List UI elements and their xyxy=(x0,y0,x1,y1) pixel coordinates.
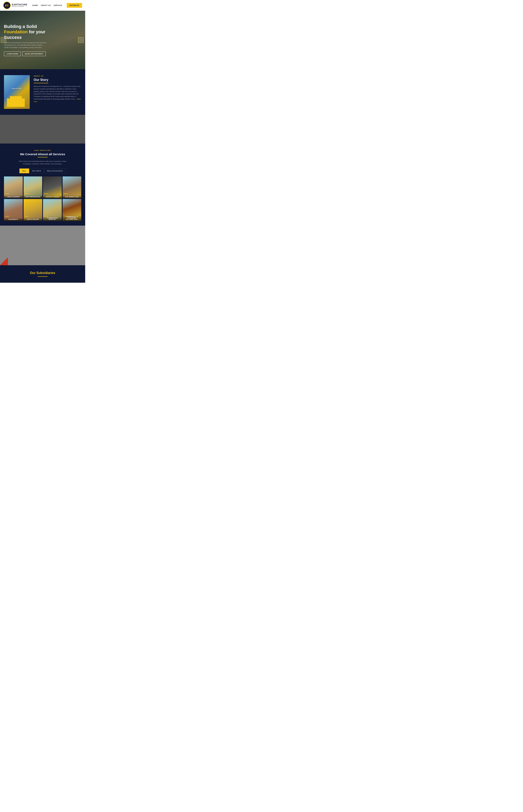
about-section: ABOUT US Our Story Welcome to Earthcore … xyxy=(0,69,85,115)
service-grid-row1: LAND CLEARING SITE PREPARATION ASPHALT P… xyxy=(4,176,81,198)
service-card-earth-moving[interactable]: EARTH MOVING xyxy=(23,199,42,221)
service-card-site-prep[interactable]: SITE PREPARATION xyxy=(23,176,42,198)
subsidiaries-section: Our Subsidiaries xyxy=(0,265,85,283)
card-label-earth: EARTH MOVING xyxy=(23,218,42,221)
hero-content: Building a Solid Foundation for your Suc… xyxy=(0,24,52,56)
hero-heading-line2: for your xyxy=(29,29,46,34)
card-label-land: LAND CLEARING xyxy=(4,195,23,198)
hero-heading: Building a Solid Foundation for your Suc… xyxy=(4,24,48,40)
card-bg-demolition xyxy=(62,176,82,198)
card-bg-earth xyxy=(23,199,42,221)
services-description: We're heavy civil contracting partners w… xyxy=(15,160,70,165)
services-divider xyxy=(38,157,48,157)
about-body: Welcome to Earthcore Development, Inc., … xyxy=(34,85,81,103)
navbar: EC EARTHCORE DEVELOPMENT HOME ABOUT US S… xyxy=(0,0,85,11)
strip-photo-1 xyxy=(0,115,28,143)
learn-more-button[interactable]: LEARN MORE xyxy=(4,52,21,56)
service-card-basements[interactable]: BASEMENTS xyxy=(4,199,23,221)
hero-description: Experience the pinnacle of land developm… xyxy=(4,42,48,49)
nav-about[interactable]: ABOUT US xyxy=(41,4,51,6)
card-label-basements: BASEMENTS xyxy=(4,218,23,221)
card-bg-asphalt xyxy=(43,176,62,198)
card-label-demolition: SITE DEMOLITION xyxy=(62,195,82,198)
card-label-asphalt: ASPHALT PAVING xyxy=(43,195,62,198)
card-bg-land xyxy=(4,176,23,198)
nav-service[interactable]: SERVICE xyxy=(54,4,62,6)
about-label: ABOUT US xyxy=(34,75,81,77)
hero-heading-highlight: Foundation xyxy=(4,29,28,34)
strip-photo-2 xyxy=(28,115,57,143)
services-title: We Covered Almost all Services xyxy=(4,153,81,156)
tab-site-work[interactable]: Site Work xyxy=(29,169,44,173)
subsidiaries-divider xyxy=(38,276,48,277)
service-card-commercial[interactable]: COMMERCIAL & HOUSEPAD/ HILLSIDE PADS xyxy=(62,199,82,221)
about-image xyxy=(4,75,30,109)
card-bar-6 xyxy=(25,216,29,216)
service-grid-row2: BASEMENTS EARTH MOVING OVERBURDEN REMOVA… xyxy=(4,199,81,221)
service-card-demolition[interactable]: SITE DEMOLITION xyxy=(62,176,82,198)
gray-section xyxy=(0,226,85,265)
hero-next-arrow[interactable]: → xyxy=(78,37,84,43)
tab-mass-excavation[interactable]: Mass Excavation xyxy=(44,169,66,173)
hero-prev-arrow[interactable]: ← xyxy=(1,37,6,43)
card-label-overburden: OVERBURDEN REMOVAL xyxy=(43,216,62,221)
logo-area: EC EARTHCORE DEVELOPMENT xyxy=(3,2,28,9)
logo-icon: EC xyxy=(3,2,11,9)
about-text-content: ABOUT US Our Story Welcome to Earthcore … xyxy=(34,75,81,103)
card-bar-1 xyxy=(5,193,9,194)
estimate-button[interactable]: ESTIMATE xyxy=(67,3,82,8)
subsidiaries-title: Our Subsidiaries xyxy=(4,271,81,275)
hero-section: ← Building a Solid Foundation for your S… xyxy=(0,11,85,69)
book-appointment-button[interactable]: BOOK APPOINTMENT xyxy=(22,52,46,56)
logo-text: EARTHCORE DEVELOPMENT xyxy=(12,3,28,7)
card-bar-3 xyxy=(44,193,48,194)
services-tabs: ALL Site Work Mass Excavation xyxy=(4,169,81,173)
card-label-commercial: COMMERCIAL & HOUSEPAD/ HILLSIDE PADS xyxy=(62,215,82,221)
cat-machine-shape xyxy=(6,95,26,107)
nav-home[interactable]: HOME xyxy=(32,4,38,6)
services-section: OUR SERVICES We Covered Almost all Servi… xyxy=(0,143,85,226)
about-title: Our Story xyxy=(34,78,48,83)
brand-name: EARTHCORE xyxy=(12,3,28,6)
red-triangle-decoration xyxy=(0,257,8,265)
tab-all[interactable]: ALL xyxy=(19,169,29,173)
card-bg-basements xyxy=(4,199,23,221)
service-card-asphalt[interactable]: ASPHALT PAVING xyxy=(43,176,62,198)
nav-links: HOME ABOUT US SERVICE xyxy=(32,4,62,6)
service-card-overburden[interactable]: OVERBURDEN REMOVAL xyxy=(43,199,62,221)
card-bar-4 xyxy=(64,193,68,194)
brand-sub: DEVELOPMENT xyxy=(12,6,28,7)
hero-heading-line3: Success xyxy=(4,35,22,40)
card-bar-5 xyxy=(5,216,9,216)
card-bar-2 xyxy=(25,193,29,194)
card-label-site-prep: SITE PREPARATION xyxy=(23,195,42,198)
strip-photo-3 xyxy=(57,115,85,143)
services-label: OUR SERVICES xyxy=(4,149,81,151)
photo-strip xyxy=(0,115,85,143)
card-bg-site-prep xyxy=(23,176,42,198)
hero-buttons: LEARN MORE BOOK APPOINTMENT xyxy=(4,52,48,56)
service-card-land-clearing[interactable]: LAND CLEARING xyxy=(4,176,23,198)
hero-heading-line1: Building a Solid xyxy=(4,24,37,29)
